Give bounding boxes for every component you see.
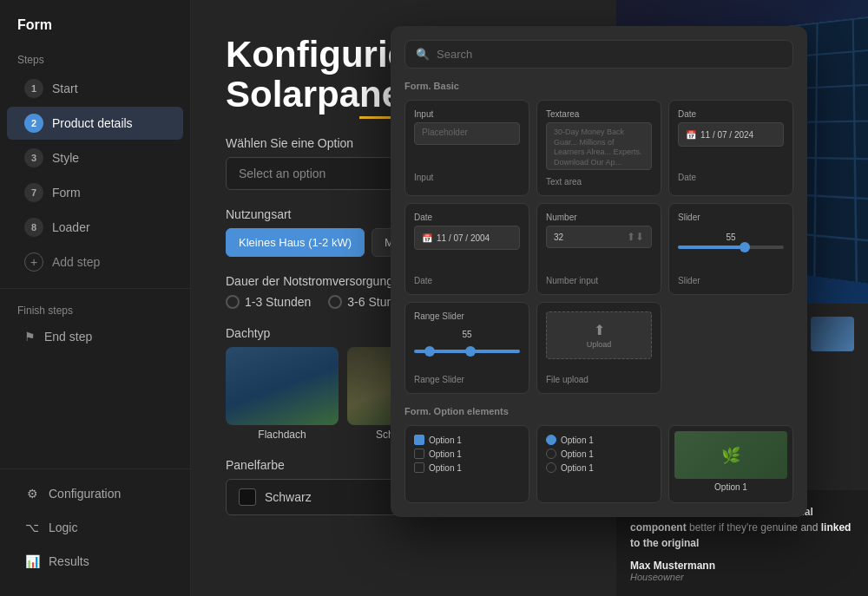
form-elements-modal: 🔍 Form. Basic Input Placeholder Input Te… xyxy=(391,26,807,517)
checkbox-item-2: Option 1 xyxy=(414,449,520,459)
form-card-date-1[interactable]: Date 📅 11 / 07 / 2024 Date xyxy=(668,100,793,196)
input-preview: Placeholder xyxy=(414,122,520,145)
form-card-number[interactable]: Number 32 ⬆⬇ Number input xyxy=(536,203,661,295)
option-card-image[interactable]: 🌿 Option 1 xyxy=(668,425,793,503)
sidebar-title: Form xyxy=(0,17,190,47)
textarea-card-content: Textarea 30-Day Money Back Guar... Milli… xyxy=(546,109,652,170)
section-basic-label: Form. Basic xyxy=(404,81,793,91)
step-number-8: 8 xyxy=(24,218,43,237)
sidebar-item-form[interactable]: 7 Form xyxy=(7,176,183,209)
step-label-1: Start xyxy=(52,82,166,95)
option-card-checkbox[interactable]: Option 1 Option 1 Option 1 xyxy=(404,425,529,503)
textarea-card-title: Textarea xyxy=(546,109,652,119)
slider-track xyxy=(678,246,784,249)
radio-label-1: Option 1 xyxy=(561,436,594,445)
step-label-2: Product details xyxy=(52,116,166,130)
date1-preview: 📅 11 / 07 / 2024 xyxy=(678,122,784,147)
form-card-input[interactable]: Input Placeholder Input xyxy=(404,100,529,196)
input-card-title: Input xyxy=(414,109,520,119)
sidebar-item-product-details[interactable]: 2 Product details xyxy=(7,107,183,140)
form-basic-grid: Input Placeholder Input Textarea 30-Day … xyxy=(404,100,793,394)
slider-card-title: Slider xyxy=(678,213,784,222)
number-card-title: Number xyxy=(546,213,652,222)
logic-icon: ⌥ xyxy=(24,520,40,535)
option-card-radio[interactable]: Option 1 Option 1 Option 1 xyxy=(536,425,661,503)
number-card-label: Number input xyxy=(546,276,652,285)
upload-icon: ⬆ xyxy=(594,322,605,338)
radio-item-2: Option 1 xyxy=(546,449,652,459)
slider-fill xyxy=(678,246,741,249)
upload-preview: ⬆ Upload xyxy=(546,311,652,359)
flag-icon: ⚑ xyxy=(24,330,36,344)
slider-value: 55 xyxy=(678,233,784,242)
form-card-slider[interactable]: Slider 55 Slider xyxy=(668,203,793,295)
sidebar-item-style[interactable]: 3 Style xyxy=(7,141,183,174)
add-step-button[interactable]: + Add step xyxy=(7,246,183,278)
testimonial-author: Max Mustermann xyxy=(630,560,854,572)
radio-dot-2 xyxy=(328,295,342,309)
gear-icon: ⚙ xyxy=(24,486,40,501)
form-card-date-2[interactable]: Date 📅 11 / 07 / 2004 Date xyxy=(404,203,529,295)
date1-value: 11 / 07 / 2024 xyxy=(700,130,753,140)
radio-item-3: Option 1 xyxy=(546,462,652,473)
nav-logic[interactable]: ⌥ Logic xyxy=(7,511,183,544)
notstrom-option-2[interactable]: 3-6 Stun xyxy=(328,295,393,309)
radio-2 xyxy=(546,449,556,459)
modal-search-bar[interactable]: 🔍 xyxy=(404,40,793,69)
thumbnail-2 xyxy=(811,317,854,351)
chart-icon: 📊 xyxy=(24,553,40,569)
panelfarbe-value: Schwarz xyxy=(265,490,312,504)
range-card-title: Range Slider xyxy=(414,311,520,321)
image-option-label: Option 1 xyxy=(674,482,787,492)
dachtyp-flachdach[interactable]: Flachdach xyxy=(226,347,339,441)
sidebar-item-start[interactable]: 1 Start xyxy=(7,72,183,105)
radio-label-2: Option 1 xyxy=(561,449,594,459)
range-thumb-left xyxy=(424,346,435,357)
slider-card-content: Slider 55 xyxy=(678,213,784,269)
step-label-8: Loader xyxy=(52,220,166,234)
bottom-nav: ⚙ Configuration ⌥ Logic 📊 Results xyxy=(0,468,190,579)
steps-label: Steps xyxy=(0,47,190,71)
finish-section: Finish steps ⚑ End step xyxy=(0,288,190,351)
testimonial-role: Houseowner xyxy=(630,572,854,582)
notstrom-label-2: 3-6 Stun xyxy=(347,295,393,309)
nav-results[interactable]: 📊 Results xyxy=(7,545,183,578)
textarea-card-label: Text area xyxy=(546,177,652,187)
sidebar-item-end-step[interactable]: ⚑ End step xyxy=(7,323,183,350)
nav-configuration[interactable]: ⚙ Configuration xyxy=(7,477,183,510)
form-card-range[interactable]: Range Slider 55 Range Slider xyxy=(404,302,529,394)
radio-item-1: Option 1 xyxy=(546,435,652,445)
checkbox-3 xyxy=(414,462,424,473)
notstrom-label-1: 1-3 Stunden xyxy=(245,295,311,309)
input-card-content: Input Placeholder xyxy=(414,109,520,166)
number-preview: 32 ⬆⬇ xyxy=(546,226,652,248)
upload-card-content: ⬆ Upload xyxy=(546,311,652,368)
notstrom-option-1[interactable]: 1-3 Stunden xyxy=(226,295,311,309)
form-card-textarea[interactable]: Textarea 30-Day Money Back Guar... Milli… xyxy=(536,100,661,196)
upload-card-label: File upload xyxy=(546,375,652,384)
slider-preview: 55 xyxy=(678,226,784,256)
search-input[interactable] xyxy=(437,48,782,61)
finish-steps-label: Finish steps xyxy=(0,298,190,322)
radio-1 xyxy=(546,435,556,445)
checkbox-2 xyxy=(414,449,424,459)
results-label: Results xyxy=(49,554,89,568)
step-number-2: 2 xyxy=(24,114,43,133)
date2-value: 11 / 07 / 2004 xyxy=(437,233,490,243)
dachtyp-name-flat: Flachdach xyxy=(226,429,339,441)
page-title-line2: Solarpanel xyxy=(226,74,412,115)
radio-label-3: Option 1 xyxy=(561,463,594,473)
form-card-upload[interactable]: ⬆ Upload File upload xyxy=(536,302,661,394)
step-label-3: Style xyxy=(52,151,166,165)
checkbox-list: Option 1 Option 1 Option 1 xyxy=(414,435,520,473)
range-thumb-right xyxy=(465,346,476,357)
option-elements-grid: Option 1 Option 1 Option 1 xyxy=(404,425,793,503)
slider-card-label: Slider xyxy=(678,276,784,285)
date1-card-title: Date xyxy=(678,109,784,119)
page-title-line1: Konfigurie xyxy=(226,34,408,75)
sidebar-item-loader[interactable]: 8 Loader xyxy=(7,211,183,244)
slider-thumb xyxy=(740,242,750,252)
radio-3 xyxy=(546,462,556,473)
configuration-label: Configuration xyxy=(49,487,121,501)
nutzung-option-1[interactable]: Kleines Haus (1-2 kW) xyxy=(226,228,365,257)
